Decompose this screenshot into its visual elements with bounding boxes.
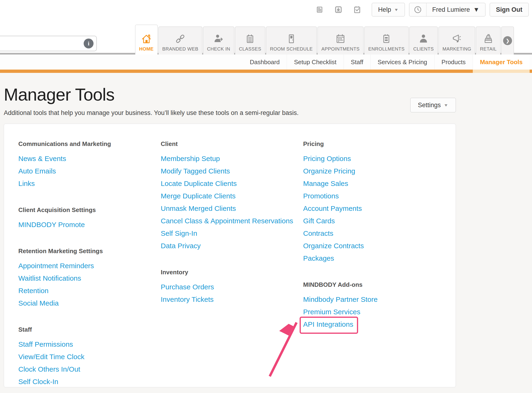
tab-room-schedule[interactable]: ROOM SCHEDULE xyxy=(266,27,317,54)
link-social-media[interactable]: Social Media xyxy=(18,299,59,307)
list-item: Pricing Options xyxy=(303,153,378,166)
search-input[interactable] xyxy=(0,36,84,51)
tab-enrollments[interactable]: ENROLLMENTS xyxy=(364,27,408,54)
list-item: Promotions xyxy=(303,190,378,203)
link-auto-emails[interactable]: Auto Emails xyxy=(18,167,56,175)
link-unmask-merged-clients[interactable]: Unmask Merged Clients xyxy=(161,205,236,212)
link-organize-pricing[interactable]: Organize Pricing xyxy=(303,167,355,175)
list-item: Auto Emails xyxy=(18,166,161,178)
notepad-icon xyxy=(244,33,256,44)
list-item: Links xyxy=(18,178,161,190)
link-inventory-tickets[interactable]: Inventory Tickets xyxy=(161,295,214,303)
tasks-icon[interactable] xyxy=(353,5,361,14)
section-communications-and-marketing: Communications and MarketingNews & Event… xyxy=(18,140,161,190)
link-premium-services[interactable]: Premium Services xyxy=(303,308,360,316)
list-item: Retention xyxy=(18,285,161,298)
tab-label: RETAIL xyxy=(480,46,497,52)
tabs-overflow-button[interactable]: ❯ xyxy=(501,27,514,54)
section-client-acquisition-settings: Client Acquisition SettingsMINDBODY Prom… xyxy=(18,206,161,231)
header: Help ▼ Fred Lumiere ▼ Sign Out i HOMEBRA… xyxy=(0,0,532,54)
tab-classes[interactable]: CLASSES xyxy=(235,27,265,54)
link-cancel-class-appointment-reservations[interactable]: Cancel Class & Appointment Reservations xyxy=(161,217,293,225)
tab-branded-web[interactable]: BRANDED WEB xyxy=(158,27,202,54)
link-manage-sales[interactable]: Manage Sales xyxy=(303,180,348,187)
link-data-privacy[interactable]: Data Privacy xyxy=(161,242,201,250)
tab-check-in[interactable]: CHECK IN xyxy=(203,27,234,54)
link-news-events[interactable]: News & Events xyxy=(18,155,66,162)
subnav-item-services-pricing[interactable]: Services & Pricing xyxy=(370,54,434,69)
list-item: Appointment Reminders xyxy=(18,260,161,273)
link-gift-cards[interactable]: Gift Cards xyxy=(303,217,335,225)
link-view-edit-time-clock[interactable]: View/Edit Time Clock xyxy=(18,353,84,361)
user-name: Fred Lumiere xyxy=(432,6,470,13)
subnav-item-staff[interactable]: Staff xyxy=(344,54,370,69)
help-button[interactable]: Help ▼ xyxy=(372,3,405,16)
link-modify-tagged-clients[interactable]: Modify Tagged Clients xyxy=(161,167,230,175)
link-purchase-orders[interactable]: Purchase Orders xyxy=(161,283,214,291)
list-item: Account Payments xyxy=(303,203,378,215)
link-membership-setup[interactable]: Membership Setup xyxy=(161,155,220,162)
user-menu[interactable]: Fred Lumiere ▼ xyxy=(409,3,485,16)
link-locate-duplicate-clients[interactable]: Locate Duplicate Clients xyxy=(161,180,237,187)
card-column-2: ClientMembership SetupModify Tagged Clie… xyxy=(161,140,303,387)
tab-label: CLIENTS xyxy=(413,46,434,52)
link-merge-duplicate-clients[interactable]: Merge Duplicate Clients xyxy=(161,192,235,200)
subnav-item-products[interactable]: Products xyxy=(434,54,473,69)
link-links[interactable]: Links xyxy=(18,180,35,187)
list-item: Waitlist Notifications xyxy=(18,273,161,285)
link-mindbody-partner-store[interactable]: Mindbody Partner Store xyxy=(303,295,378,303)
link-retention[interactable]: Retention xyxy=(18,287,49,295)
sign-out-button[interactable]: Sign Out xyxy=(490,3,529,16)
settings-button[interactable]: Settings ▼ xyxy=(410,98,456,112)
card-column-1: Communications and MarketingNews & Event… xyxy=(18,140,161,387)
link-organize-contracts[interactable]: Organize Contracts xyxy=(303,242,364,250)
news-icon[interactable] xyxy=(315,5,324,14)
home-icon xyxy=(141,33,152,44)
link-api-integrations[interactable]: API Integrations xyxy=(303,320,353,328)
link-contracts[interactable]: Contracts xyxy=(303,229,333,237)
tab-appointments[interactable]: APPOINTMENTS xyxy=(317,27,364,54)
info-icon[interactable]: i xyxy=(84,39,93,49)
download-icon[interactable] xyxy=(334,5,343,14)
page-head: Manager Tools Additional tools that help… xyxy=(4,85,456,117)
chevron-down-icon: ▼ xyxy=(473,6,480,13)
app-window: Help ▼ Fred Lumiere ▼ Sign Out i HOMEBRA… xyxy=(0,0,532,393)
section-client: ClientMembership SetupModify Tagged Clie… xyxy=(161,140,303,253)
link-self-sign-in[interactable]: Self Sign-In xyxy=(161,229,197,237)
search-box: i xyxy=(0,36,97,51)
link-staff-permissions[interactable]: Staff Permissions xyxy=(18,340,73,348)
section-staff: StaffStaff PermissionsView/Edit Time Clo… xyxy=(18,326,161,388)
link-appointment-reminders[interactable]: Appointment Reminders xyxy=(18,262,94,270)
person-arrow-icon xyxy=(213,33,224,44)
list-item: Purchase Orders xyxy=(161,281,303,294)
section-heading: MINDBODY Add-ons xyxy=(303,281,378,288)
link-pricing-options[interactable]: Pricing Options xyxy=(303,155,351,162)
tab-retail[interactable]: RETAIL xyxy=(476,27,501,54)
link-packages[interactable]: Packages xyxy=(303,254,334,262)
link-waitlist-notifications[interactable]: Waitlist Notifications xyxy=(18,274,81,282)
tab-label: BRANDED WEB xyxy=(162,46,198,52)
section-heading: Client xyxy=(161,140,303,147)
list-item: Locate Duplicate Clients xyxy=(161,178,303,190)
subnav-item-setup-checklist[interactable]: Setup Checklist xyxy=(287,54,344,69)
clock-icon[interactable] xyxy=(409,3,426,16)
tab-marketing[interactable]: MARKETING xyxy=(439,27,475,54)
tab-clients[interactable]: CLIENTS xyxy=(409,27,438,54)
list-item: Modify Tagged Clients xyxy=(161,166,303,178)
link-icon xyxy=(175,33,186,44)
list-item: API Integrations xyxy=(303,319,378,331)
subnav-item-manager-tools[interactable]: Manager Tools xyxy=(473,54,530,69)
link-clock-others-in-out[interactable]: Clock Others In/Out xyxy=(18,365,80,373)
list-item: Packages xyxy=(303,253,378,265)
link-account-payments[interactable]: Account Payments xyxy=(303,205,362,212)
section-inventory: InventoryPurchase OrdersInventory Ticket… xyxy=(161,269,303,306)
subnav-item-dashboard[interactable]: Dashboard xyxy=(243,54,287,69)
tab-label: ROOM SCHEDULE xyxy=(270,46,313,52)
section-heading: Inventory xyxy=(161,269,303,276)
link-self-clock-in[interactable]: Self Clock-In xyxy=(18,378,58,385)
tab-home[interactable]: HOME xyxy=(135,25,158,54)
page-subtitle: Additional tools that help you manage yo… xyxy=(4,109,456,117)
link-mindbody-promote[interactable]: MINDBODY Promote xyxy=(18,221,85,228)
link-promotions[interactable]: Promotions xyxy=(303,192,339,200)
section-mindbody-add-ons: MINDBODY Add-onsMindbody Partner StorePr… xyxy=(303,281,378,331)
